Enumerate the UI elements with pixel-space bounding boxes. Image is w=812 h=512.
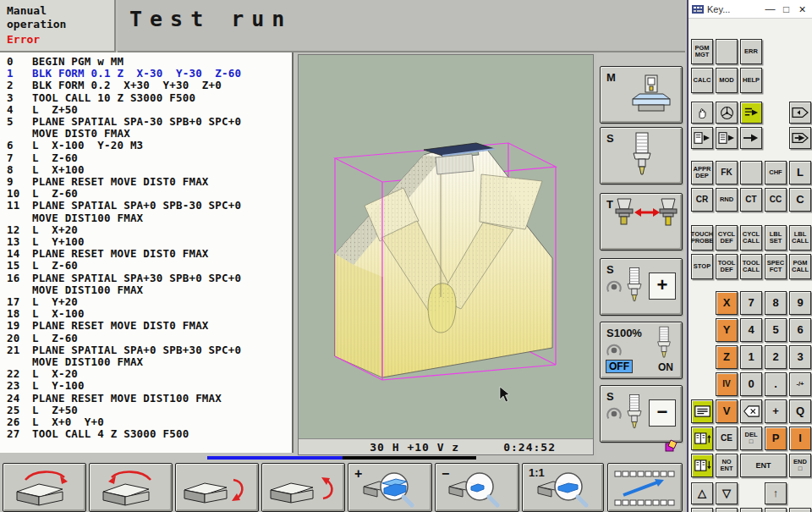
simulation-3d-view[interactable] [299,55,593,438]
key-symbol[interactable]: ↑ [765,482,787,504]
key-spec-fct[interactable]: SPEC FCT [765,254,787,279]
layout-key[interactable] [691,399,713,423]
key-tool-def[interactable]: TOOL DEF [716,254,738,279]
backspace-key[interactable] [740,399,762,423]
key-symbol[interactable]: ← [740,508,762,512]
key-symbol[interactable]: + [765,399,787,423]
key-c[interactable]: C [789,188,811,212]
key-pgm-call[interactable]: PGM CALL [789,254,811,279]
fullseq-key[interactable] [716,127,738,149]
program-line[interactable]: 18L X-100 [0,308,292,320]
program-line[interactable]: 8L X+100 [0,164,292,176]
softkey-spindle-override[interactable]: S100% OFF ON [600,322,683,379]
program-line[interactable]: 21PLANE SPATIAL SPA+0 SPB+30 SPC+0 [0,344,292,356]
key-goto[interactable]: GOTO □ [765,508,787,512]
key-appr-dep[interactable]: APPR DEP [691,161,713,184]
key-lbl-set[interactable]: LBL SET [765,225,787,250]
program-line[interactable]: MOVE DIST100 FMAX [0,356,292,368]
key-ce[interactable]: CE [716,427,738,450]
key-y[interactable]: Y [716,318,738,342]
hand-key[interactable] [691,102,713,124]
key-symbol[interactable]: . [765,372,787,396]
program-line[interactable]: 0BEGIN PGM w MM [0,56,292,68]
maximize-icon[interactable]: □ [780,3,793,15]
key-del[interactable]: DEL □ [740,427,762,450]
pent-test-key[interactable] [789,127,811,149]
zoom-out-button[interactable]: − [435,463,519,512]
pent-prog-key[interactable] [789,102,811,124]
tilt-view-up-button[interactable] [261,463,345,512]
key-5[interactable]: 5 [765,318,787,342]
key-7[interactable]: 7 [740,291,762,315]
program-line[interactable]: 10L Z-60 [0,188,292,200]
key-q[interactable]: Q [789,399,811,423]
key-ent[interactable]: ENT [740,454,787,477]
program-line[interactable]: 22L X-20 [0,368,292,380]
key-i[interactable]: I [789,427,811,450]
program-line[interactable]: 12L X+20 [0,224,292,236]
key-4[interactable]: 4 [740,318,762,342]
program-line[interactable]: 13L Y+100 [0,236,292,248]
key-ct[interactable]: CT [740,188,762,212]
program-line[interactable]: 16PLANE SPATIAL SPA+30 SPB+0 SPC+0 [0,273,292,284]
program-line[interactable]: 6L X-100 Y-20 M3 [0,140,292,151]
key-symbol[interactable]: ↻ [716,508,738,512]
key-symbol[interactable]: ↺ [691,508,713,512]
split-up-key[interactable] [691,427,713,450]
key-chf[interactable]: CHF [765,161,787,184]
program-line[interactable]: 14PLANE RESET MOVE DIST0 FMAX [0,248,292,260]
softkey-tool-change[interactable]: T [600,193,683,250]
zoom-reset-button[interactable]: 1:1 [522,463,604,512]
program-line[interactable]: 20L Z-60 [0,333,292,344]
key-tool-call[interactable]: TOOL CALL [740,254,762,279]
key-fk[interactable]: FK [716,161,738,184]
program-line[interactable]: 26L X+0 Y+0 [0,416,292,428]
key-no-ent[interactable]: NO ENT [716,454,738,477]
tilt-view-down-button[interactable] [175,463,259,512]
program-line[interactable]: 5PLANE SPATIAL SPA-30 SPB+0 SPC+0 [0,116,292,128]
program-line[interactable]: 2BLK FORM 0.2 X+30 Y+30 Z+0 [0,80,292,91]
program-line[interactable]: 9PLANE RESET MOVE DIST0 FMAX [0,176,292,188]
key-l[interactable]: L [789,161,811,184]
program-line[interactable]: 4L Z+50 [0,104,292,116]
softkey-spindle-plus[interactable]: S + [600,258,683,316]
key-cycl-call[interactable]: CYCL CALL [740,225,762,250]
key-8[interactable]: 8 [765,291,787,315]
key-cr[interactable]: CR [691,188,713,212]
program-line[interactable]: 27TOOL CALL 4 Z S3000 F500 [0,428,292,440]
minimize-icon[interactable]: — [764,3,776,15]
key-2[interactable]: 2 [765,345,787,369]
key-mod[interactable]: MOD [716,68,738,93]
key-1[interactable]: 1 [740,345,762,369]
split-down-key[interactable] [691,454,713,477]
program-line[interactable]: 17L Y+20 [0,296,292,308]
program-line[interactable]: 11PLANE SPATIAL SPA+0 SPB-30 SPC+0 [0,200,292,212]
key-help[interactable]: HELP [740,68,762,93]
key-calc[interactable]: CALC [691,68,713,93]
graphics-area[interactable]: 30 H +10 V z 0:24:52 [298,54,594,455]
key-err[interactable]: ERR [740,39,762,64]
key-stop[interactable]: STOP [691,254,713,279]
program-listing[interactable]: 0BEGIN PGM w MM1BLK FORM 0.1 Z X-30 Y-30… [0,52,294,453]
program-line[interactable]: 1BLK FORM 0.1 Z X-30 Y-30 Z-60 [0,68,292,80]
zoom-in-button[interactable]: + [348,463,432,512]
program-line[interactable]: 23L Y-100 [0,380,292,392]
program-line[interactable]: 15L Z-60 [0,260,292,272]
softkey-spindle-minus[interactable]: S − [600,385,683,443]
program-line[interactable]: MOVE DIST100 FMAX [0,284,292,296]
close-icon[interactable]: × [796,3,809,16]
key-x[interactable]: X [716,291,738,315]
key-6[interactable]: 6 [789,318,811,342]
key-blank[interactable] [716,39,738,64]
program-line[interactable]: MOVE DIST100 FMAX [0,212,292,224]
graphics-palette-icon[interactable] [665,439,678,453]
key-symbol[interactable]: → [789,508,811,512]
program-line[interactable]: 3TOOL CALL 10 Z S3000 F500 [0,92,292,104]
key-symbol[interactable]: ▽ [716,482,738,504]
softkey-machine[interactable]: M [600,66,683,124]
arrow-r-key[interactable] [740,127,762,149]
key-cc[interactable]: CC [765,188,787,212]
key-iv[interactable]: IV [716,372,738,396]
key-rnd[interactable]: RND [716,188,738,212]
key-v[interactable]: V [716,399,738,423]
